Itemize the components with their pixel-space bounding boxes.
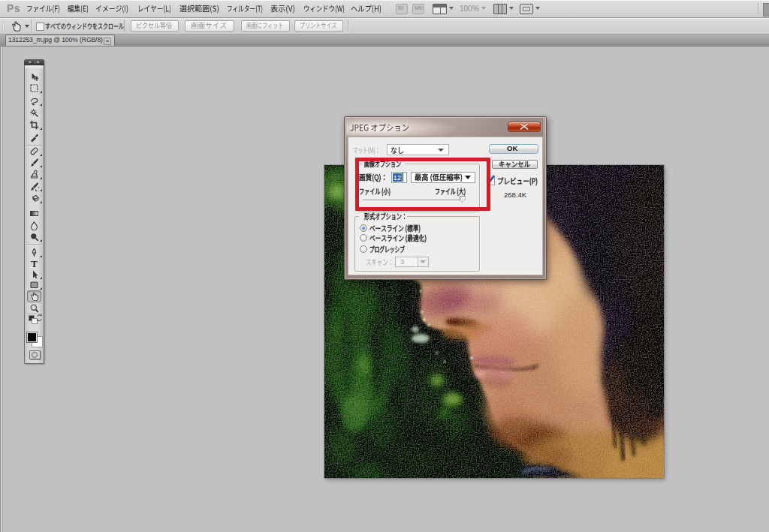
svg-text:T: T [31, 259, 38, 269]
